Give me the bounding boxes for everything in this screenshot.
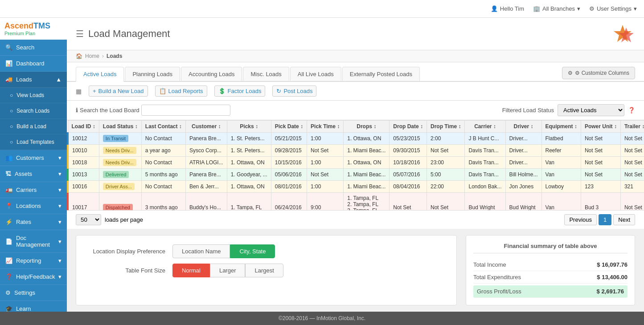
plus-icon: + xyxy=(93,88,96,94)
sidebar-label-locations: Locations xyxy=(16,203,41,209)
chevron-down-icon-cust: ▾ xyxy=(58,154,62,161)
customize-columns-button[interactable]: ⚙ ⚙ Customize Columns xyxy=(562,67,635,79)
city-state-button[interactable]: City, State xyxy=(230,244,275,258)
location-panel: Location Display Preference Location Nam… xyxy=(76,235,457,305)
circle-icon4: ○ xyxy=(10,139,13,145)
circle-icon: ○ xyxy=(10,92,13,98)
col-trailer[interactable]: Trailer ↕ xyxy=(620,121,644,133)
sidebar-label-doc: Doc Management xyxy=(16,235,55,248)
build-new-load-button[interactable]: + Build a New Load xyxy=(89,85,148,97)
rates-icon: ⚡ xyxy=(5,219,12,225)
sidebar-item-load-templates[interactable]: ○ Load Templates xyxy=(0,134,67,150)
tab-all-live-loads[interactable]: All Live Loads xyxy=(290,67,341,81)
table-row[interactable]: 10018Needs Driv...No ContactATRIA LOGI..… xyxy=(68,157,644,169)
sidebar-item-reporting[interactable]: 📈 Reporting ▾ xyxy=(0,253,67,269)
dashboard-icon: 📊 xyxy=(5,60,12,67)
total-income-value: $ 16,097.76 xyxy=(597,261,628,268)
user-settings[interactable]: ⚙ User Settings ▾ xyxy=(589,5,637,12)
page-buttons: Previous 1 Next xyxy=(564,214,635,225)
search-icon: 🔍 xyxy=(5,44,12,51)
sidebar-item-carriers[interactable]: 🚛 Carriers ▾ xyxy=(0,182,67,198)
sidebar-item-search-loads[interactable]: ○ Search Loads xyxy=(0,103,67,119)
table-row[interactable]: 10016Driver Ass...No ContactBen & Jerr..… xyxy=(68,181,644,193)
chevron-down-icon: ▾ xyxy=(577,5,580,12)
search-input[interactable] xyxy=(141,105,230,116)
main-content: ☰ Load Management 🏠 Home › Loads Active … xyxy=(67,18,644,312)
learn-icon: 🎓 xyxy=(5,305,12,312)
sidebar-label-customers: Customers xyxy=(16,154,44,161)
sidebar-label-settings: Settings xyxy=(14,289,35,296)
tab-externally-posted[interactable]: Externally Posted Loads xyxy=(342,67,420,81)
sidebar-item-customers[interactable]: 👥 Customers ▾ xyxy=(0,150,67,166)
sidebar-item-view-loads[interactable]: ○ View Loads xyxy=(0,88,67,103)
col-carrier[interactable]: Carrier ↕ xyxy=(465,121,505,133)
table-row[interactable]: 10012In TransitNo ContactPanera Bre...1.… xyxy=(68,133,644,145)
chevron-down-icon-doc: ▾ xyxy=(58,238,62,245)
sidebar-item-locations[interactable]: 📍 Locations ▾ xyxy=(0,198,67,214)
col-driver[interactable]: Driver ↕ xyxy=(505,121,541,133)
col-last-contact[interactable]: Last Contact ↕ xyxy=(141,121,185,133)
tab-active-loads[interactable]: Active Loads xyxy=(76,67,124,82)
location-name-button[interactable]: Location Name xyxy=(172,244,230,258)
post-loads-button[interactable]: ↻ Post Loads xyxy=(272,85,316,97)
sidebar-item-doc-management[interactable]: 📄 Doc Management ▾ xyxy=(0,230,67,253)
chevron-down-icon-rates: ▾ xyxy=(58,219,62,225)
sidebar-label-learn: Learn xyxy=(16,305,31,312)
col-customer[interactable]: Customer ↕ xyxy=(185,121,227,133)
customers-icon: 👥 xyxy=(5,154,12,161)
page-1-button[interactable]: 1 xyxy=(599,214,611,225)
col-drop-date[interactable]: Drop Date ↕ xyxy=(390,121,427,133)
table-row[interactable]: 10013Delivered5 months agoPanera Bre...1… xyxy=(68,169,644,181)
col-load-status[interactable]: Load Status ↕ xyxy=(99,121,141,133)
sidebar-item-build-load[interactable]: ○ Build a Load xyxy=(0,119,67,134)
font-btn-group: Normal Larger Largest xyxy=(172,264,283,277)
col-drop-time[interactable]: Drop Time ↕ xyxy=(427,121,464,133)
col-power-unit[interactable]: Power Unit ↕ xyxy=(581,121,620,133)
table-row[interactable]: 10017Dispatched3 months agoBuddy's Ho...… xyxy=(68,193,644,211)
next-page-button[interactable]: Next xyxy=(613,214,635,225)
pagination-bar: 50 10 25 100 loads per page Previous 1 N… xyxy=(67,210,644,229)
sidebar-item-search[interactable]: 🔍 Search xyxy=(0,40,67,56)
user-icon: 👤 xyxy=(491,5,498,12)
col-load-id[interactable]: Load ID ↕ xyxy=(68,121,99,133)
build-load-label: Build a Load xyxy=(16,123,46,130)
col-drops[interactable]: Drops ↕ xyxy=(344,121,390,133)
sidebar-item-help[interactable]: ❓ Help/Feedback ▾ xyxy=(0,269,67,285)
tab-planning-loads[interactable]: Planning Loads xyxy=(125,67,180,81)
tab-misc-loads[interactable]: Misc. Loads xyxy=(243,67,289,81)
brand-tms: TMS xyxy=(33,21,50,30)
sidebar-item-assets[interactable]: 🏗 Assets ▾ xyxy=(0,166,67,182)
per-page-select[interactable]: 50 10 25 100 xyxy=(76,214,101,225)
branches-selector[interactable]: 🏢 All Branches ▾ xyxy=(533,5,580,12)
branches-label: All Branches xyxy=(542,5,575,12)
sidebar-item-rates[interactable]: ⚡ Rates ▾ xyxy=(0,214,67,230)
sidebar-item-settings[interactable]: ⚙ Settings xyxy=(0,285,67,301)
post-icon: ↻ xyxy=(276,88,281,94)
page-title: Load Management xyxy=(88,28,170,40)
load-reports-button[interactable]: 📋 Load Reports xyxy=(155,85,207,97)
view-loads-label: View Loads xyxy=(16,92,44,98)
factor-loads-button[interactable]: 💲 Factor Loads xyxy=(214,85,266,97)
user-info[interactable]: 👤 Hello Tim xyxy=(491,5,524,12)
sidebar-item-loads[interactable]: 🚚 Loads ▲ xyxy=(0,72,67,88)
col-equipment[interactable]: Equipment ↕ xyxy=(541,121,581,133)
col-pick-time[interactable]: Pick Time ↕ xyxy=(307,121,344,133)
prev-page-button[interactable]: Previous xyxy=(564,214,597,225)
col-picks[interactable]: Picks ↕ xyxy=(227,121,271,133)
gross-value: $ 2,691.76 xyxy=(597,288,624,295)
tab-accounting-loads[interactable]: Accounting Loads xyxy=(181,67,242,81)
table-row[interactable]: 10010Needs Driv...a year agoSysco Corp..… xyxy=(68,145,644,157)
font-larger-button[interactable]: Larger xyxy=(210,264,246,277)
sidebar-item-dashboard[interactable]: 📊 Dashboard xyxy=(0,56,67,72)
filter-label: Filtered Load Status xyxy=(502,107,554,114)
total-income-row: Total Income $ 16,097.76 xyxy=(473,259,628,271)
font-largest-button[interactable]: Largest xyxy=(245,264,283,277)
breadcrumb-home[interactable]: Home xyxy=(85,53,99,59)
filter-select[interactable]: Active Loads Planning Loads All Loads xyxy=(558,104,624,116)
bottom-panels: Location Display Preference Location Nam… xyxy=(67,229,644,312)
sidebar-item-learn[interactable]: 🎓 Learn xyxy=(0,301,67,312)
loads-icon: 🚚 xyxy=(5,76,12,83)
factor-loads-label: Factor Loads xyxy=(228,88,262,94)
col-pick-date[interactable]: Pick Date ↕ xyxy=(271,121,307,133)
font-normal-button[interactable]: Normal xyxy=(172,264,210,277)
